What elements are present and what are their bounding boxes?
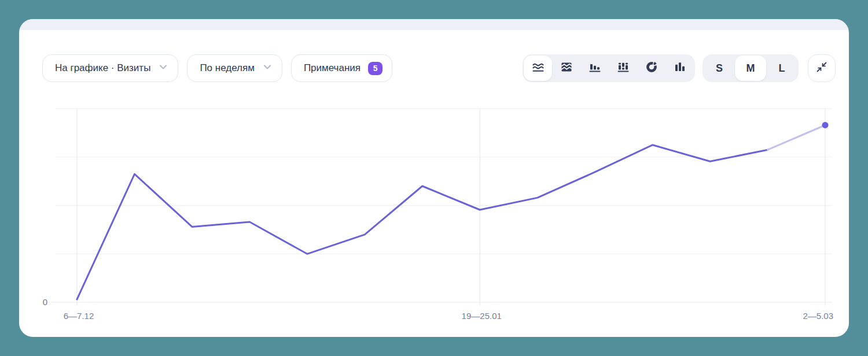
- chart-type-switcher: [523, 54, 695, 82]
- size-option-l[interactable]: L: [766, 55, 797, 81]
- x-tick-label: 2—5.03: [803, 311, 833, 321]
- chart-controls-left: На графике · Визиты По неделям Примечани…: [42, 54, 392, 82]
- chevron-down-icon: [158, 62, 168, 75]
- notes-button-label: Примечания: [304, 62, 361, 74]
- chart-widget-card: 6—7.1219—25.012—5.030 На графике · Визит…: [19, 19, 849, 337]
- bar-chart-icon: [588, 60, 602, 76]
- stacked-bar-chart-icon: [616, 60, 630, 76]
- chart-type-columns-button[interactable]: [665, 55, 694, 81]
- metrica-page: { "page": { "background_color": "#538f9b…: [0, 0, 868, 356]
- collapse-icon: [815, 61, 828, 76]
- column-chart-icon: [673, 60, 687, 76]
- chart-type-line-button[interactable]: [524, 55, 552, 81]
- y-tick-label: 0: [43, 297, 47, 307]
- chevron-down-icon: [262, 62, 273, 75]
- size-switcher: S M L: [703, 54, 799, 82]
- line-chart-icon: [531, 60, 545, 76]
- chart-type-stacked-area-button[interactable]: [552, 55, 580, 81]
- pie-chart-icon: [645, 60, 659, 76]
- notes-count-badge: 5: [368, 62, 382, 75]
- metric-dropdown-label: На графике · Визиты: [55, 62, 150, 74]
- series-line-current-period: [768, 125, 826, 150]
- size-option-m[interactable]: M: [735, 55, 766, 81]
- chart-type-bars-button[interactable]: [580, 55, 609, 81]
- grouping-dropdown-button[interactable]: По неделям: [187, 54, 282, 82]
- x-tick-label: 6—7.12: [64, 311, 94, 321]
- chart-type-pie-button[interactable]: [637, 55, 665, 81]
- notes-button[interactable]: Примечания 5: [291, 54, 392, 82]
- stacked-area-chart-icon: [560, 60, 573, 76]
- series-line: [77, 145, 768, 299]
- metric-dropdown-button[interactable]: На графике · Визиты: [42, 54, 178, 82]
- grouping-dropdown-label: По неделям: [200, 62, 255, 74]
- size-option-s[interactable]: S: [704, 55, 735, 81]
- chart-type-stacked-bars-button[interactable]: [609, 55, 637, 81]
- collapse-widget-button[interactable]: [808, 54, 836, 82]
- last-point-marker: [822, 122, 829, 128]
- chart-controls-right: S M L: [523, 54, 836, 82]
- x-tick-label: 19—25.01: [462, 311, 502, 321]
